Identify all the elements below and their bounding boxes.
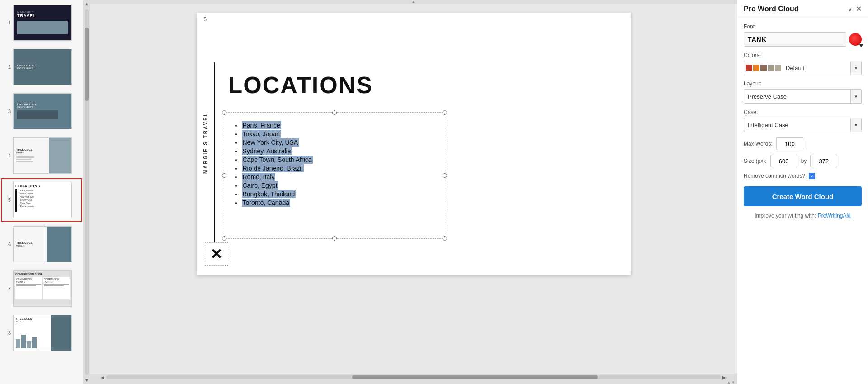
thumbnail-6[interactable]: 6 TITLE GOES HERE II bbox=[1, 223, 82, 266]
scroll-left-arrow[interactable]: ◀ bbox=[99, 375, 106, 380]
case-dropdown[interactable]: Intelligent Case ▼ bbox=[744, 118, 862, 132]
v-scroll-track[interactable] bbox=[85, 9, 89, 375]
size-by-label: by bbox=[801, 158, 807, 164]
case-value: Intelligent Case bbox=[744, 122, 850, 128]
vertical-line bbox=[214, 62, 215, 252]
thumb-img-2: DIVIDER TITLE GOES HERE bbox=[13, 49, 72, 85]
horizontal-scrollbar[interactable]: ◀ ▶ bbox=[90, 374, 737, 380]
x-element: ✕ bbox=[205, 242, 228, 266]
max-words-row: Max Words: bbox=[744, 137, 862, 150]
size-width-input[interactable] bbox=[770, 155, 797, 167]
color-swatches bbox=[744, 61, 783, 75]
list-item: Paris, France bbox=[242, 122, 313, 129]
thumbnail-5[interactable]: 5 LOCATIONS • Paris, France• Tokyo, Japa… bbox=[1, 178, 82, 222]
handle-bm[interactable] bbox=[332, 236, 337, 241]
panel-collapse-icon[interactable]: ∨ bbox=[848, 5, 852, 13]
thumbnail-3[interactable]: 3 DIVIDER TITLE GOES HERE bbox=[1, 90, 82, 133]
thumbnail-panel[interactable]: 1 MARGIE'S TRAVEL 2 DIVIDER TITLE GOES H… bbox=[0, 0, 84, 384]
thumb-num-4: 4 bbox=[4, 153, 11, 158]
canvas-content: 5 MARGIE'S TRAVEL LOCATIONS Par bbox=[90, 4, 737, 374]
improve-writing-text: Improve your writing with: ProWritingAid bbox=[744, 213, 862, 219]
vertical-scrollbar[interactable]: ▲ ▼ bbox=[84, 0, 90, 384]
thumb-num-1: 1 bbox=[4, 20, 11, 25]
colors-dropdown[interactable]: Default ▼ bbox=[744, 61, 862, 75]
thumb-num-6: 6 bbox=[4, 242, 11, 247]
layout-dropdown[interactable]: Preserve Case ▼ bbox=[744, 89, 862, 104]
handle-bl[interactable] bbox=[222, 236, 226, 241]
thumb-img-8: TITLE GOES HERE bbox=[13, 315, 72, 351]
thumbnail-4[interactable]: 4 TITLE GOES HERE I bbox=[1, 134, 82, 177]
list-item: Cape Town, South Africa bbox=[242, 156, 313, 163]
h-scroll-thumb[interactable] bbox=[352, 375, 598, 379]
thumb-img-5: LOCATIONS • Paris, France• Tokyo, Japan•… bbox=[13, 182, 72, 218]
scroll-bottom-up[interactable]: ▲ bbox=[727, 380, 731, 384]
locations-list: Paris, France Tokyo, Japan New York City… bbox=[233, 120, 313, 208]
thumb-img-1: MARGIE'S TRAVEL bbox=[13, 5, 72, 41]
scroll-up-arrow[interactable]: ▲ bbox=[85, 0, 89, 8]
size-height-input[interactable] bbox=[810, 155, 837, 167]
list-item: Tokyo, Japan bbox=[242, 130, 313, 137]
max-words-label: Max Words: bbox=[744, 141, 773, 147]
vertical-label: MARGIE'S TRAVEL bbox=[203, 112, 208, 174]
case-dropdown-arrow[interactable]: ▼ bbox=[850, 118, 861, 132]
list-item: Cairo, Egypt bbox=[242, 182, 313, 189]
remove-checkbox[interactable]: ✓ bbox=[809, 173, 815, 179]
list-item: New York City, USA bbox=[242, 139, 313, 146]
colors-dropdown-label: Default bbox=[783, 65, 850, 71]
size-row: Size (px): by bbox=[744, 155, 862, 167]
layout-value: Preserve Case bbox=[744, 93, 850, 100]
thumb-img-6: TITLE GOES HERE II bbox=[13, 226, 72, 262]
swatch-4 bbox=[768, 65, 774, 71]
slide-container: 5 MARGIE'S TRAVEL LOCATIONS Par bbox=[197, 13, 631, 275]
panel-header-icons: ∨ ✕ bbox=[848, 5, 862, 13]
list-item: Rio de Janeiro, Brazil bbox=[242, 165, 313, 172]
handle-tl[interactable] bbox=[222, 110, 226, 115]
main-canvas: ▲ 5 MARGIE'S TRAVEL LOCATIONS bbox=[90, 0, 737, 384]
h-scroll-track[interactable] bbox=[106, 375, 721, 379]
max-words-input[interactable] bbox=[776, 137, 803, 150]
thumb-img-3: DIVIDER TITLE GOES HERE bbox=[13, 93, 72, 129]
thumb-num-8: 8 bbox=[4, 330, 11, 336]
remove-common-row: Remove common words? ✓ bbox=[744, 173, 862, 179]
font-color-btn[interactable] bbox=[849, 33, 862, 46]
thumb-num-2: 2 bbox=[4, 64, 11, 70]
layout-dropdown-arrow[interactable]: ▼ bbox=[850, 90, 861, 103]
thumb-num-5: 5 bbox=[4, 197, 11, 203]
scroll-indicator-bottom: ▲ ▼ bbox=[90, 380, 737, 384]
colors-dropdown-arrow[interactable]: ▼ bbox=[850, 61, 861, 75]
font-input[interactable] bbox=[744, 32, 846, 47]
v-scroll-thumb[interactable] bbox=[85, 28, 89, 100]
panel-title: Pro Word Cloud bbox=[744, 5, 798, 13]
cursor-indicator bbox=[859, 44, 863, 47]
handle-mr[interactable] bbox=[443, 173, 447, 178]
case-label: Case: bbox=[744, 109, 862, 115]
prowritingaid-link[interactable]: ProWritingAid bbox=[818, 213, 851, 219]
layout-label: Layout: bbox=[744, 81, 862, 87]
font-label: Font: bbox=[744, 24, 862, 30]
swatch-3 bbox=[760, 65, 767, 71]
create-word-cloud-button[interactable]: Create Word Cloud bbox=[744, 186, 862, 206]
size-label: Size (px): bbox=[744, 158, 767, 164]
list-item: Toronto, Canada bbox=[242, 199, 313, 206]
handle-br[interactable] bbox=[443, 236, 447, 241]
scroll-indicator-top: ▲ bbox=[90, 0, 737, 4]
thumbnail-1[interactable]: 1 MARGIE'S TRAVEL bbox=[1, 1, 82, 44]
thumbnail-7[interactable]: 7 COMPARISON SLIDE COMPARISONPOINT 1 COM… bbox=[1, 267, 82, 310]
colors-label: Colors: bbox=[744, 52, 862, 58]
handle-tr[interactable] bbox=[443, 110, 447, 115]
swatch-1 bbox=[746, 65, 752, 71]
thumbnail-8[interactable]: 8 TITLE GOES HERE bbox=[1, 311, 82, 355]
thumb-num-3: 3 bbox=[4, 109, 11, 114]
thumb-img-7: COMPARISON SLIDE COMPARISONPOINT 1 COMPA… bbox=[13, 270, 72, 307]
list-item: Sydney, Australia bbox=[242, 147, 313, 155]
thumbnail-2[interactable]: 2 DIVIDER TITLE GOES HERE bbox=[1, 45, 82, 89]
scroll-down-arrow[interactable]: ▼ bbox=[85, 376, 89, 384]
list-item: Bangkok, Thailand bbox=[242, 190, 313, 198]
right-panel: Pro Word Cloud ∨ ✕ Font: Colors: Default bbox=[737, 0, 868, 384]
panel-close-icon[interactable]: ✕ bbox=[856, 5, 862, 13]
handle-tm[interactable] bbox=[332, 110, 337, 115]
scroll-bottom-down[interactable]: ▼ bbox=[731, 380, 735, 384]
scroll-right-arrow[interactable]: ▶ bbox=[721, 375, 728, 380]
swatch-2 bbox=[753, 65, 760, 71]
handle-ml[interactable] bbox=[222, 173, 226, 178]
